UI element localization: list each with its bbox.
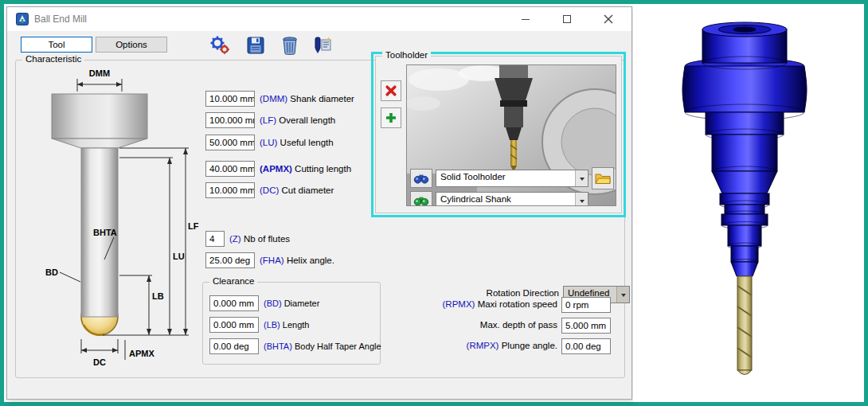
folder-icon [595, 172, 611, 185]
binoculars-green-icon [413, 195, 429, 206]
helix-angle-field[interactable]: 25.00 deg [205, 252, 255, 268]
helix-angle-label: Helix angle. [287, 256, 334, 265]
maximize-icon [563, 15, 571, 23]
window-title: Ball End Mill [34, 14, 87, 25]
diagram-label-dmm: DMM [89, 68, 110, 78]
dc-code: (DC) [260, 185, 279, 195]
rpmx-code: (RPMX) [443, 299, 475, 309]
toolholder-group: Toolholder [375, 56, 622, 213]
overall-length-row: 100.000 mm (LF) Overall length [205, 112, 335, 128]
max-rotation-speed-label: (RPMX) Maxi rotation speed [350, 299, 557, 309]
add-toolholder-button[interactable] [381, 107, 401, 128]
overall-length-field[interactable]: 100.000 mm [205, 112, 255, 128]
flutes-label: Nb of flutes [244, 234, 290, 244]
useful-length-row: 50.000 mm (LU) Useful length [205, 135, 334, 150]
diagram-label-apmx: APMX [129, 349, 154, 358]
machining-settings-button[interactable] [208, 34, 232, 57]
rotation-direction-label: Rotation Direction [338, 288, 559, 298]
cut-diameter-field[interactable]: 10.000 mm [205, 182, 255, 198]
gears-icon [209, 35, 231, 56]
clearance-diameter-label: Diameter [284, 299, 320, 308]
max-rotation-speed-field[interactable]: 0 rpm [561, 297, 611, 313]
bhta-code: (BHTA) [264, 342, 292, 351]
open-toolholder-library-button[interactable] [592, 167, 614, 189]
cut-diameter-row: 10.000 mm (DC) Cut diameter [205, 182, 334, 198]
remove-toolholder-button[interactable] [381, 80, 401, 101]
cut-diameter-label: Cut diameter [281, 185, 334, 195]
clearance-diameter-field[interactable]: 0.000 mm [209, 295, 259, 311]
flutes-row: 4 (Z) Nb of flutes [205, 231, 290, 247]
cutting-length-row: 40.000 mm (APMX) Cutting length [205, 161, 351, 177]
max-depth-pass-field[interactable]: 5.000 mm [561, 318, 611, 334]
shank-diameter-field[interactable]: 10.000 mm [205, 91, 255, 107]
toolholder-dropdown-arrow-icon [575, 170, 588, 186]
browse-shank-button[interactable] [410, 191, 432, 206]
dmm-code: (DMM) [260, 94, 287, 103]
clearance-diameter-row: 0.000 mm (BD) Diameter [209, 295, 319, 311]
tab-tool[interactable]: Tool [21, 37, 92, 53]
shank-diameter-row: 10.000 mm (DMM) Shank diameter [205, 91, 354, 107]
shank-type-select[interactable]: Cylindrical Shank [436, 192, 588, 206]
diagram-label-dc: DC [93, 357, 106, 367]
save-icon [246, 36, 265, 55]
green-plus-icon [385, 111, 397, 124]
flutes-field[interactable]: 4 [205, 231, 225, 247]
z-code: (Z) [229, 234, 241, 244]
shank-type-value: Cylindrical Shank [436, 193, 575, 206]
shank-dropdown-arrow-icon [575, 193, 588, 206]
clearance-length-field[interactable]: 0.000 mm [209, 317, 259, 333]
toolholder-preview-image: Solid Toolholder [406, 64, 616, 206]
tab-options-label: Options [115, 40, 147, 49]
max-depth-pass-label: Max. depth of pass [350, 320, 557, 330]
tool-data-button[interactable] [311, 34, 334, 57]
bd-code: (BD) [264, 299, 282, 308]
diagram-label-lf: LF [188, 221, 199, 231]
tool-schematic-diagram: DMM LF LU LB [19, 68, 204, 373]
diagram-label-lb: LB [152, 291, 164, 301]
tab-options[interactable]: Options [96, 37, 167, 53]
toolholder-type-select[interactable]: Solid Toolholder [436, 170, 588, 187]
characteristic-group-label: Characteristic [22, 54, 84, 64]
diagram-label-bd: BD [45, 267, 58, 277]
clearance-length-label: Length [283, 320, 310, 330]
overall-length-label: Overall length [279, 115, 335, 125]
delete-tool-button[interactable] [278, 34, 302, 57]
rmpx-code: (RMPX) [467, 341, 499, 350]
toolholder-group-label: Toolholder [382, 50, 431, 60]
ball-end-mill-dialog: Ball End Mill Tool Options [6, 6, 632, 400]
tool-3d-preview-panel [633, 4, 864, 402]
plunge-angle-field[interactable]: 0.00 deg [561, 338, 611, 354]
lf-code: (LF) [260, 115, 276, 125]
useful-length-field[interactable]: 50.000 mm [205, 135, 255, 150]
fha-code: (FHA) [260, 256, 284, 265]
lu-code: (LU) [260, 138, 277, 147]
clearance-length-row: 0.000 mm (LB) Length [209, 317, 310, 333]
trash-icon [281, 36, 299, 56]
rotation-dropdown-arrow-icon [616, 287, 629, 303]
body-half-taper-angle-field[interactable]: 0.00 deg [209, 338, 259, 354]
plunge-angle-text: Plunge angle. [502, 341, 557, 350]
minimize-button[interactable] [512, 9, 539, 29]
max-depth-pass-text: Max. depth of pass [480, 320, 557, 330]
clearance-group-label: Clearance [209, 276, 257, 286]
toolholder-3d-model [633, 14, 856, 388]
app-icon [16, 13, 29, 25]
tab-tool-label: Tool [48, 40, 65, 49]
maximize-button[interactable] [553, 9, 581, 29]
cutting-length-field[interactable]: 40.000 mm [205, 161, 255, 177]
red-x-icon [385, 84, 397, 97]
plunge-angle-label: (RMPX) Plunge angle. [350, 341, 557, 350]
apmx-code: (APMX) [260, 164, 292, 174]
max-rotation-speed-text: Maxi rotation speed [478, 299, 557, 309]
cutting-length-label: Cutting length [295, 164, 351, 174]
screenshot-frame: Ball End Mill Tool Options [0, 0, 868, 406]
titlebar: Ball End Mill [7, 7, 631, 31]
tool-data-icon [312, 36, 333, 56]
save-button[interactable] [244, 34, 268, 57]
minimize-icon [522, 19, 530, 20]
diagram-label-lu: LU [173, 252, 185, 261]
close-button[interactable] [595, 9, 622, 29]
toolholder-type-value: Solid Toolholder [436, 170, 575, 186]
lb-code: (LB) [264, 320, 280, 330]
browse-toolholder-button[interactable] [410, 169, 432, 188]
